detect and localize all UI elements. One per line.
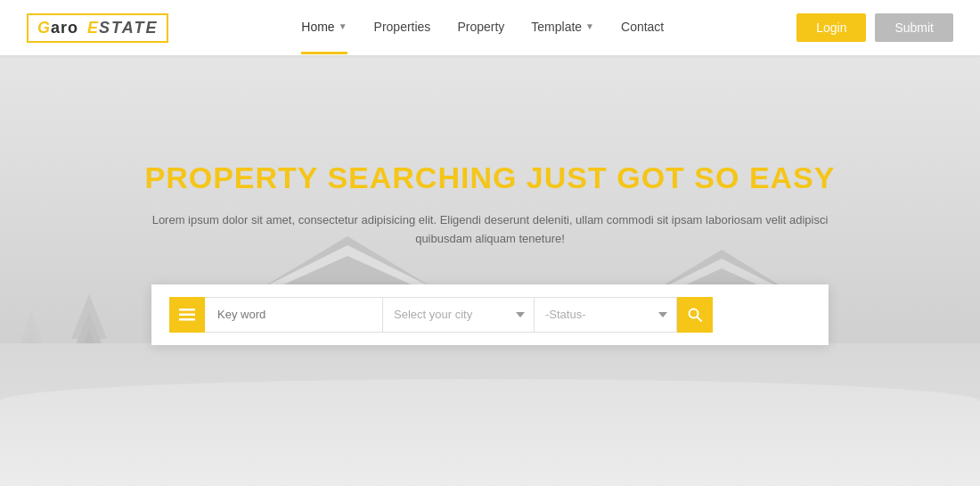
nav-properties[interactable]: Properties <box>374 2 431 54</box>
search-button[interactable] <box>677 297 713 333</box>
nav-home[interactable]: Home ▼ <box>301 2 347 54</box>
keyword-input[interactable] <box>205 297 383 333</box>
logo-estate: state <box>99 19 158 37</box>
logo-e: E <box>87 19 99 37</box>
nav-template[interactable]: Template ▼ <box>531 2 594 54</box>
login-button[interactable]: Login <box>796 13 866 42</box>
logo[interactable]: Garo Estate <box>27 13 168 43</box>
main-nav: Home ▼ Properties Property Template ▼ Co… <box>301 2 664 54</box>
hero-title: PROPERTY SEARCHING JUST GOT SO EASY <box>143 161 837 195</box>
hero-subtitle: Lorem ipsum dolor sit amet, consectetur … <box>143 211 837 249</box>
search-bar: Select your cityNew YorkLos AngelesChica… <box>151 284 829 345</box>
svg-rect-25 <box>179 313 195 316</box>
menu-icon <box>179 309 195 321</box>
logo-separator <box>80 19 86 37</box>
hero-content: PROPERTY SEARCHING JUST GOT SO EASY Lore… <box>107 161 873 284</box>
search-icon <box>688 308 702 322</box>
submit-button[interactable]: Submit <box>875 13 953 42</box>
hero-section: PROPERTY SEARCHING JUST GOT SO EASY Lore… <box>0 55 980 486</box>
svg-rect-26 <box>179 318 195 321</box>
nav-property[interactable]: Property <box>457 2 504 54</box>
logo-aro: aro <box>51 19 78 37</box>
search-menu-button[interactable] <box>169 297 205 333</box>
nav-template-caret: ▼ <box>585 21 594 31</box>
logo-g: G <box>37 19 51 37</box>
status-select[interactable]: -Status-For SaleFor RentSold <box>535 297 677 333</box>
ground-snow <box>0 379 980 486</box>
city-select[interactable]: Select your cityNew YorkLos AngelesChica… <box>383 297 535 333</box>
nav-home-caret: ▼ <box>339 21 347 31</box>
svg-line-28 <box>698 317 702 321</box>
header-actions: Login Submit <box>796 13 953 42</box>
svg-rect-24 <box>179 309 195 311</box>
nav-contact[interactable]: Contact <box>621 2 664 54</box>
header: Garo Estate Home ▼ Properties Property T… <box>0 0 980 55</box>
